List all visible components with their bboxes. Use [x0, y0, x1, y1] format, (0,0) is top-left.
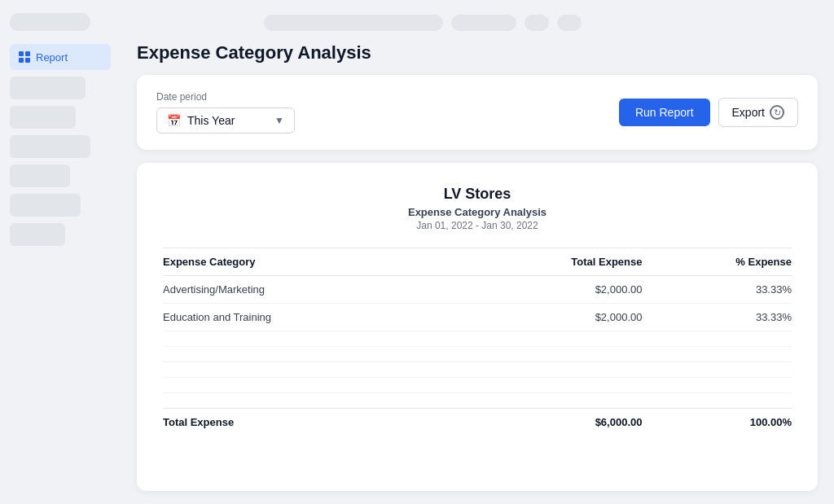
col-header-percent: % Expense — [642, 248, 792, 276]
sidebar-skeleton-2 — [10, 106, 76, 129]
report-subtitle: Expense Category Analysis — [163, 206, 792, 218]
report-table: Expense Category Total Expense % Expense… — [163, 248, 792, 436]
sidebar-item-report[interactable]: Report — [10, 44, 111, 70]
topbar-pill-4 — [557, 15, 582, 31]
page-title: Expense Category Analysis — [137, 42, 818, 64]
skeleton-cell-5-1 — [452, 378, 642, 393]
svg-rect-0 — [19, 51, 24, 56]
table-row — [163, 378, 792, 393]
chevron-down-icon: ▼ — [274, 115, 284, 126]
skeleton-cell-2-2 — [642, 331, 792, 347]
svg-rect-2 — [19, 58, 24, 63]
report-date: Jan 01, 2022 - Jan 30, 2022 — [163, 220, 792, 231]
sidebar-item-label: Report — [36, 51, 68, 64]
skeleton-cell-2-0 — [163, 331, 452, 347]
cell-percent: 33.33% — [642, 304, 792, 331]
sidebar-skeleton-3 — [10, 135, 90, 158]
skeleton-cell-6-0 — [163, 393, 452, 409]
table-row: Advertising/Marketing$2,000.0033.33% — [163, 276, 792, 304]
skeleton-cell-3-0 — [163, 347, 452, 362]
run-report-button[interactable]: Run Report — [619, 99, 710, 126]
col-header-total: Total Expense — [452, 248, 642, 276]
table-row — [163, 331, 792, 347]
main-content: Expense Category Analysis Date period 📅 … — [121, 0, 834, 504]
table-row — [163, 393, 792, 409]
skeleton-cell-3-1 — [452, 347, 642, 362]
sidebar-skeleton-1 — [10, 77, 86, 99]
cell-category: Education and Training — [163, 304, 452, 331]
skeleton-cell-5-2 — [642, 378, 792, 393]
sidebar-skeleton-top — [10, 13, 90, 31]
topbar-pill-1 — [264, 15, 443, 31]
skeleton-cell-6-2 — [642, 393, 792, 409]
report-header: LV Stores Expense Category Analysis Jan … — [163, 186, 792, 231]
export-icon: ↻ — [770, 105, 784, 120]
skeleton-cell-4-2 — [642, 362, 792, 378]
table-row — [163, 362, 792, 378]
report-card: LV Stores Expense Category Analysis Jan … — [137, 163, 818, 491]
topbar-pill-3 — [525, 15, 549, 31]
sidebar-skeleton-4 — [10, 164, 70, 187]
filter-right: Run Report Export ↻ — [619, 98, 798, 127]
report-company: LV Stores — [163, 186, 792, 203]
skeleton-cell-6-1 — [452, 393, 642, 409]
table-row: Education and Training$2,000.0033.33% — [163, 304, 792, 331]
col-header-category: Expense Category — [163, 248, 452, 276]
grid-icon — [18, 50, 31, 64]
total-amount: $6,000.00 — [452, 409, 642, 436]
sidebar: Report — [0, 0, 121, 504]
total-label: Total Expense — [163, 409, 452, 436]
total-percent: 100.00% — [642, 409, 792, 436]
table-row — [163, 347, 792, 362]
topbar — [251, 10, 834, 36]
total-row: Total Expense $6,000.00 100.00% — [163, 409, 792, 436]
calendar-icon: 📅 — [167, 114, 181, 127]
skeleton-cell-4-1 — [452, 362, 642, 378]
cell-category: Advertising/Marketing — [163, 276, 452, 304]
svg-rect-3 — [25, 58, 30, 63]
table-header-row: Expense Category Total Expense % Expense — [163, 248, 792, 276]
filter-left: Date period 📅 This Year ▼ — [156, 91, 295, 134]
export-button[interactable]: Export ↻ — [718, 98, 798, 127]
date-period-select[interactable]: 📅 This Year ▼ — [156, 107, 295, 134]
export-label: Export — [732, 106, 765, 119]
skeleton-cell-4-0 — [163, 362, 452, 378]
topbar-pill-2 — [451, 15, 516, 31]
date-period-label: Date period — [156, 91, 295, 103]
skeleton-cell-2-1 — [452, 331, 642, 347]
sidebar-skeleton-5 — [10, 194, 81, 217]
svg-rect-1 — [25, 51, 30, 56]
date-period-value: This Year — [187, 114, 268, 127]
filter-card: Date period 📅 This Year ▼ Run Report Exp… — [137, 75, 818, 150]
cell-percent: 33.33% — [642, 276, 792, 304]
skeleton-cell-5-0 — [163, 378, 452, 393]
sidebar-skeleton-6 — [10, 223, 65, 246]
cell-total: $2,000.00 — [452, 276, 642, 304]
cell-total: $2,000.00 — [452, 304, 642, 331]
skeleton-cell-3-2 — [642, 347, 792, 362]
